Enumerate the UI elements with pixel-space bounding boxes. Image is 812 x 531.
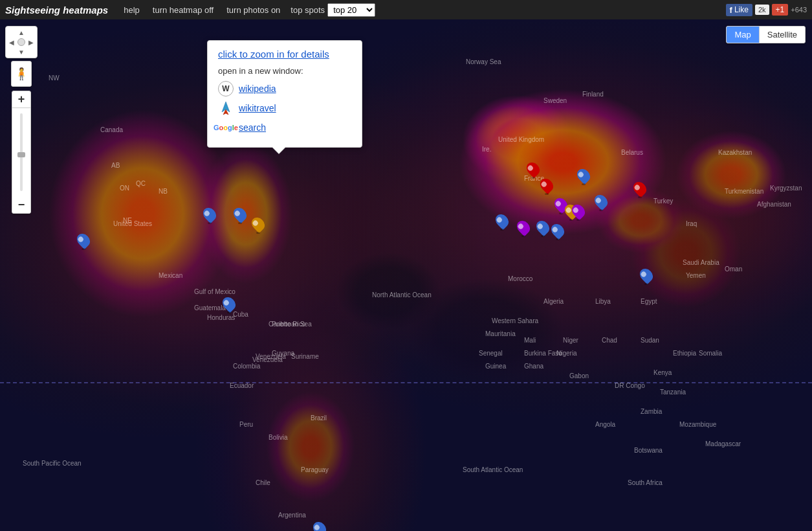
zoom-buttons: + − xyxy=(12,91,31,214)
top-spots-label: top spots xyxy=(291,5,325,15)
map-marker-m6[interactable] xyxy=(527,162,539,179)
zoom-in-button[interactable]: + xyxy=(12,91,30,108)
popup: click to zoom in for details open in a n… xyxy=(207,40,362,148)
pan-center[interactable] xyxy=(17,38,26,47)
zoom-link[interactable]: click to zoom in for details xyxy=(218,49,351,60)
marker-shadow xyxy=(545,193,549,195)
gplus-button[interactable]: +1 xyxy=(772,4,789,16)
marker-shadow xyxy=(576,219,580,221)
wikitravel-link-row[interactable]: wikitravel xyxy=(218,100,351,116)
marker-shadow xyxy=(82,248,85,250)
wikipedia-link-row[interactable]: W wikipedia xyxy=(218,81,351,96)
site-title: Sightseeing heatmaps xyxy=(5,5,108,16)
marker-shadow xyxy=(531,177,535,179)
header: Sightseeing heatmaps help turn heatmap o… xyxy=(0,0,812,19)
search-link[interactable]: search xyxy=(239,122,266,133)
map-marker-m4[interactable] xyxy=(78,233,89,250)
map-background xyxy=(0,19,812,531)
wikitravel-link[interactable]: wikitravel xyxy=(239,103,276,113)
marker-shadow xyxy=(582,183,586,185)
search-link-row[interactable]: Google search xyxy=(218,120,351,135)
pan-arrow-nw[interactable] xyxy=(7,28,16,37)
map-marker-m1[interactable] xyxy=(204,207,215,224)
turn-photos-on-button[interactable]: turn photos on xyxy=(224,4,283,16)
zoom-slider-track xyxy=(20,113,23,191)
person-icon: 🧍 xyxy=(14,67,28,81)
facebook-like-count: 2k xyxy=(755,5,769,15)
wikipedia-icon: W xyxy=(218,81,234,96)
map-marker-m19[interactable] xyxy=(314,521,325,531)
top-spots-select[interactable]: top 5 top 10 top 20 top 50 top 100 xyxy=(327,3,375,17)
facebook-like-label: Like xyxy=(734,5,749,14)
satellite-button[interactable]: Satellite xyxy=(760,27,805,43)
map-type-controls: Map Satellite xyxy=(726,26,806,43)
map-marker-m7[interactable] xyxy=(578,168,589,185)
help-button[interactable]: help xyxy=(121,4,142,16)
gplus-label: +1 xyxy=(776,5,785,14)
map-marker-m18[interactable] xyxy=(641,268,652,285)
zoom-out-button[interactable]: − xyxy=(12,196,30,213)
map-marker-m16[interactable] xyxy=(537,220,549,237)
map-marker-m15[interactable] xyxy=(518,220,529,237)
map-marker-m13[interactable] xyxy=(573,204,584,221)
wikitravel-icon xyxy=(218,100,234,116)
marker-shadow xyxy=(238,222,242,224)
google-icon: Google xyxy=(218,120,234,135)
marker-shadow xyxy=(556,238,560,240)
street-view-button[interactable]: 🧍 xyxy=(11,61,32,87)
map-marker-m2[interactable] xyxy=(234,207,246,224)
marker-shadow xyxy=(256,232,260,234)
pan-arrow-sw[interactable] xyxy=(7,47,16,56)
marker-shadow xyxy=(638,196,642,198)
pan-arrow-e[interactable]: ▶ xyxy=(27,38,36,47)
marker-shadow xyxy=(521,235,525,237)
zoom-slider xyxy=(12,108,30,196)
map-marker-m17[interactable] xyxy=(552,223,564,240)
map-marker-m3[interactable] xyxy=(252,217,264,234)
pan-control[interactable]: ▲ ◀ ▶ ▼ xyxy=(5,26,38,58)
marker-shadow xyxy=(500,229,504,231)
turn-heatmap-off-button[interactable]: turn heatmap off xyxy=(150,4,216,16)
marker-shadow xyxy=(208,222,212,224)
facebook-like-button[interactable]: f Like xyxy=(726,4,752,16)
map-marker-m14[interactable] xyxy=(496,214,508,231)
map-marker-m10[interactable] xyxy=(595,194,607,211)
pan-arrow-w[interactable]: ◀ xyxy=(7,38,16,47)
header-right: f Like 2k +1 +643 xyxy=(726,4,807,16)
wikipedia-link[interactable]: wikipedia xyxy=(239,84,276,94)
map-container[interactable]: Norway SeaSwedenFinlandBelarusUnited Kin… xyxy=(0,19,812,531)
marker-shadow xyxy=(599,209,603,211)
pan-arrows: ▲ ◀ ▶ ▼ xyxy=(7,28,36,56)
pan-arrow-s[interactable]: ▼ xyxy=(17,47,26,56)
pan-arrow-n[interactable]: ▲ xyxy=(17,28,26,37)
pan-arrow-ne[interactable] xyxy=(27,28,36,37)
map-button[interactable]: Map xyxy=(727,27,759,43)
top-spots-container: top spots top 5 top 10 top 20 top 50 top… xyxy=(291,3,375,17)
marker-shadow xyxy=(559,212,563,214)
map-marker-m8[interactable] xyxy=(541,178,553,195)
map-marker-m9[interactable] xyxy=(634,181,646,198)
map-controls: ▲ ◀ ▶ ▼ 🧍 + − xyxy=(5,26,38,214)
gplus-count: +643 xyxy=(791,6,807,14)
marker-shadow xyxy=(541,235,545,237)
marker-shadow xyxy=(227,311,231,313)
zoom-slider-thumb[interactable] xyxy=(17,152,25,157)
fb-icon: f xyxy=(730,5,732,15)
marker-shadow xyxy=(644,283,648,285)
map-marker-m5[interactable] xyxy=(223,297,235,313)
pan-arrow-se[interactable] xyxy=(27,47,36,56)
open-label: open in a new window: xyxy=(218,66,351,76)
